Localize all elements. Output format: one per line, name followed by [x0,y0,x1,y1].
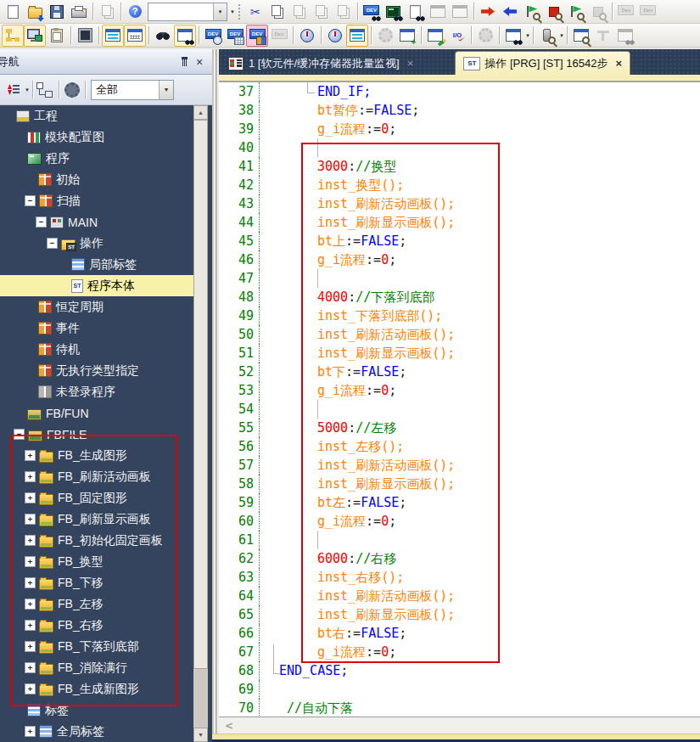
expand-icon[interactable]: + [25,641,36,652]
code-line[interactable]: 70//自动下落 [219,699,700,717]
cross-reference-button[interactable] [174,25,196,47]
device-batch-monitor-button[interactable] [202,25,224,47]
add-label-button[interactable] [396,25,418,47]
sort-order-button[interactable] [3,80,24,100]
panel-splitter[interactable] [212,49,219,742]
st-code-editor[interactable]: 37END_IF;38bt暂停:=FALSE;39g_i流程:=0;404130… [219,82,700,717]
collapse-icon[interactable]: − [36,216,47,228]
toolbar-grip-icon[interactable] [238,3,242,20]
code-line[interactable]: 49inst_下落到底部(); [219,306,700,325]
expand-icon[interactable]: + [25,514,36,525]
code-line[interactable]: 51inst_刷新显示画板(); [219,344,700,363]
navigation-window-button[interactable] [2,25,24,47]
tab-operation-program[interactable]: ST 操作 [PRG] [ST] 16542步 × [455,51,630,75]
code-line[interactable]: 58inst_刷新显示画板(); [219,475,700,493]
expand-icon[interactable]: + [25,620,36,631]
code-line[interactable]: 39g_i流程:=0; [219,120,700,138]
tree-item-selected[interactable]: 程序本体 [0,275,193,296]
scroll-down-icon[interactable]: ▼ [193,728,208,742]
zoom-window-button[interactable] [570,25,592,47]
tree-item[interactable]: +全局标签 [0,721,193,742]
collapse-icon[interactable]: − [14,429,25,440]
code-line[interactable]: 37END_IF; [219,82,700,101]
io-check-button[interactable] [446,25,468,47]
outline-window-button[interactable] [346,25,368,47]
code-line[interactable]: 43inst_刷新活动画板(); [219,194,700,213]
code-line[interactable]: 64inst_刷新活动画板(); [219,587,700,605]
tab-device-buffer-monitor[interactable]: 1 [软元件/缓冲存储器批量监视] × [221,52,421,75]
expand-icon[interactable]: + [25,577,36,588]
t-branch-tool-button[interactable] [592,25,614,47]
chevron-down-icon[interactable]: ▼ [213,3,227,20]
expand-icon[interactable]: + [25,492,36,503]
code-line[interactable]: 63inst_右移(); [219,568,700,587]
find-window-button[interactable] [614,25,636,47]
scroll-up-icon[interactable]: ▲ [193,105,208,120]
save-project-button[interactable] [46,1,68,23]
collapse-icon[interactable]: − [47,238,58,249]
device-register-monitor-button[interactable] [224,25,246,47]
tree-scrollbar[interactable]: ▲ ▼ [193,105,208,742]
expand-icon[interactable]: + [25,535,36,546]
device-comment-button[interactable] [124,25,146,47]
tree-item[interactable]: +FB_固定图形 [0,487,193,509]
expand-icon[interactable]: + [25,726,36,737]
tree-item[interactable]: FB/FUN [0,402,193,424]
tree-item[interactable]: +FB_左移 [0,593,193,615]
convert-button[interactable] [474,25,496,47]
code-line[interactable]: 42inst_换型(); [219,176,700,194]
code-line[interactable]: 46g_i流程:=0; [219,250,700,269]
copy-button[interactable] [266,1,288,23]
code-line[interactable]: 555000://左移 [219,419,700,437]
expand-icon[interactable]: + [25,471,36,482]
tree-item[interactable]: −扫描 [0,190,193,211]
program-check-button[interactable] [374,25,396,47]
collapse-icon[interactable]: − [25,195,36,206]
pin-button[interactable] [176,54,192,70]
tree-item[interactable]: 模块配置图 [0,126,193,148]
device-monitor-off-button[interactable] [268,25,290,47]
tree-item[interactable]: +FB_刷新活动画板 [0,466,193,487]
tree-item[interactable]: 恒定周期 [0,296,193,318]
scrollbar-thumb[interactable] [193,120,208,669]
undo-button[interactable] [311,1,333,23]
code-line[interactable]: 57inst_刷新活动画板(); [219,456,700,475]
verify-tool-button[interactable] [536,25,558,47]
help-button[interactable] [124,1,146,23]
tree-item[interactable]: +FB_右移 [0,615,193,636]
code-line[interactable]: 56inst_左移(); [219,437,700,456]
tree-item[interactable]: 程序 [0,148,193,169]
code-line[interactable]: 50inst_刷新活动画板(); [219,325,700,344]
tree-item[interactable]: +FB_初始化固定画板 [0,530,193,551]
expand-icon[interactable]: + [25,599,36,610]
device-buffer-monitor-button[interactable] [246,25,268,47]
cut-button[interactable] [244,1,266,23]
monitor-display-dropdown-icon[interactable]: ▼ [525,33,530,38]
code-line[interactable]: 54 [219,400,700,419]
print-button[interactable] [68,1,90,23]
sort-dropdown-icon[interactable]: ▼ [25,87,30,93]
tree-item[interactable]: +FB_生成图形 [0,445,193,466]
online-verify-green-button[interactable] [521,1,543,23]
expand-icon[interactable]: + [25,556,36,567]
code-line[interactable]: 45bt上:=FALSE; [219,232,700,250]
horizontal-scrollbar[interactable]: < [219,717,700,734]
tree-item[interactable]: +FB_下移 [0,572,193,593]
monitor-display-button[interactable] [502,25,524,47]
code-line[interactable]: 68END_CASE; [219,661,700,680]
code-line[interactable]: 52bt下:=FALSE; [219,363,700,381]
tree-item[interactable]: 初始 [0,169,193,190]
program-editor-button[interactable] [102,25,124,47]
tree-item[interactable]: 标签 [0,700,193,721]
read-from-plc-button[interactable] [499,1,521,23]
monitor-option-2-button[interactable] [449,1,471,23]
tree-item[interactable]: +FB_下落到底部 [0,636,193,657]
connection-destination-button[interactable] [24,25,46,47]
find-replace-button[interactable] [152,25,174,47]
device-tool-2-button[interactable] [637,1,659,23]
device-monitor-start-button[interactable] [361,1,383,23]
tree-item[interactable]: 事件 [0,318,193,339]
tree-display-button[interactable] [36,80,56,100]
filter-combo[interactable]: 全部 ▼ [91,80,174,100]
tree-item[interactable]: +FB_生成新图形 [0,678,193,700]
